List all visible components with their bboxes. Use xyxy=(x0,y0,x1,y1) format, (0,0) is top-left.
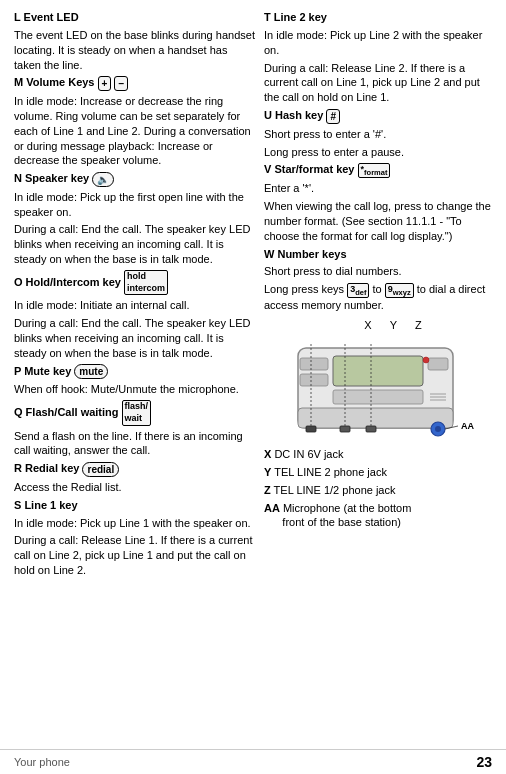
section-T-body2: During a call: Release Line 2. If there … xyxy=(264,61,492,106)
footer-page-number: 23 xyxy=(476,754,492,770)
diagram-area: X Y Z xyxy=(264,319,492,533)
base-station-diagram: AA xyxy=(278,333,478,453)
section-L-body: The event LED on the base blinks during … xyxy=(14,28,256,73)
section-Q-body: Send a flash on the line. If there is an… xyxy=(14,429,256,459)
svg-rect-9 xyxy=(366,426,376,432)
section-R-body: Access the Redial list. xyxy=(14,480,256,495)
section-V-body: Enter a '*'. xyxy=(264,181,492,196)
section-P-body: When off hook: Mute/Unmute the microphon… xyxy=(14,382,256,397)
section-U-title: U Hash key xyxy=(264,109,323,121)
section-T: T Line 2 key In idle mode: Pick up Line … xyxy=(264,10,492,105)
svg-point-14 xyxy=(435,426,441,432)
section-O: O Hold/Intercom key holdintercom In idle… xyxy=(14,270,256,361)
key-9wxyz: 9wxyz xyxy=(385,283,414,299)
section-L-title: L Event LED xyxy=(14,11,79,23)
section-V-body2: When viewing the call log, press to chan… xyxy=(264,199,492,244)
section-S-body: In idle mode: Pick up Line 1 with the sp… xyxy=(14,516,256,531)
flash-call-key-icon: flash/wait xyxy=(122,400,152,425)
section-N-body2: During a call: End the call. The speaker… xyxy=(14,222,256,267)
right-column: T Line 2 key In idle mode: Pick up Line … xyxy=(264,10,492,581)
volume-minus-key: − xyxy=(114,76,128,91)
left-column: L Event LED The event LED on the base bl… xyxy=(14,10,256,581)
diagram-image: AA xyxy=(278,333,478,443)
hash-key-icon: # xyxy=(326,109,340,124)
diagram-labels: X DC IN 6V jack Y TEL LINE 2 phone jack … xyxy=(264,447,492,533)
section-O-body: In idle mode: Initiate an internal call. xyxy=(14,298,256,313)
mute-key-icon: mute xyxy=(74,364,108,379)
svg-rect-6 xyxy=(428,358,448,370)
section-O-title: O Hold/Intercom key xyxy=(14,276,121,288)
section-P: P Mute key mute When off hook: Mute/Unmu… xyxy=(14,364,256,397)
volume-plus-key: + xyxy=(98,76,112,91)
label-Y: Y xyxy=(390,319,397,331)
svg-rect-2 xyxy=(333,356,423,386)
redial-key-icon: redial xyxy=(82,462,119,477)
diagram-label-Y: Y TEL LINE 2 phone jack xyxy=(264,465,492,480)
section-U: U Hash key # Short press to enter a '#'.… xyxy=(264,108,492,159)
section-R-title: R Redial key xyxy=(14,462,79,474)
xyz-labels: X Y Z xyxy=(334,319,421,331)
main-content: L Event LED The event LED on the base bl… xyxy=(14,10,492,581)
section-N: N Speaker key 🔈 In idle mode: Pick up th… xyxy=(14,171,256,267)
section-U-body: Short press to enter a '#'. xyxy=(264,127,492,142)
svg-rect-1 xyxy=(298,408,453,428)
section-N-title: N Speaker key xyxy=(14,172,89,184)
diagram-label-AA: AA Microphone (at the bottom front of th… xyxy=(264,501,492,531)
section-W: W Number keys Short press to dial number… xyxy=(264,247,492,313)
section-S: S Line 1 key In idle mode: Pick up Line … xyxy=(14,498,256,578)
svg-rect-4 xyxy=(300,358,328,370)
svg-rect-8 xyxy=(340,426,350,432)
speaker-key-icon: 🔈 xyxy=(92,172,114,187)
section-N-body: In idle mode: Pick up the first open lin… xyxy=(14,190,256,220)
section-M-title: M Volume Keys xyxy=(14,76,95,88)
svg-rect-7 xyxy=(306,426,316,432)
page-container: L Event LED The event LED on the base bl… xyxy=(0,0,506,774)
section-Q: Q Flash/Call waiting flash/wait Send a f… xyxy=(14,400,256,458)
section-L: L Event LED The event LED on the base bl… xyxy=(14,10,256,72)
section-T-title: T Line 2 key xyxy=(264,11,327,23)
section-W-title: W Number keys xyxy=(264,248,347,260)
section-Q-title: Q Flash/Call waiting xyxy=(14,406,119,418)
section-T-body: In idle mode: Pick up Line 2 with the sp… xyxy=(264,28,492,58)
footer-left-text: Your phone xyxy=(14,756,70,768)
svg-text:AA: AA xyxy=(461,421,474,431)
section-W-body2: Long press keys 3def to 9wxyz to dial a … xyxy=(264,282,492,313)
diagram-label-Z: Z TEL LINE 1/2 phone jack xyxy=(264,483,492,498)
svg-rect-3 xyxy=(333,390,423,404)
section-S-body2: During a call: Release Line 1. If there … xyxy=(14,533,256,578)
section-V: V Star/format key *format Enter a '*'. W… xyxy=(264,162,492,243)
label-X: X xyxy=(364,319,371,331)
section-R: R Redial key redial Access the Redial li… xyxy=(14,461,256,494)
section-M: M Volume Keys + − In idle mode: Increase… xyxy=(14,75,256,168)
section-V-title: V Star/format key xyxy=(264,163,354,175)
section-O-body2: During a call: End the call. The speaker… xyxy=(14,316,256,361)
section-M-body: In idle mode: Increase or decrease the r… xyxy=(14,94,256,168)
label-Z: Z xyxy=(415,319,422,331)
hold-intercom-key-icon: holdintercom xyxy=(124,270,168,295)
svg-point-20 xyxy=(423,357,429,363)
section-P-title: P Mute key xyxy=(14,365,71,377)
section-U-body2: Long press to enter a pause. xyxy=(264,145,492,160)
key-3def: 3def xyxy=(347,283,369,299)
svg-rect-5 xyxy=(300,374,328,386)
section-W-body: Short press to dial numbers. xyxy=(264,264,492,279)
section-S-title: S Line 1 key xyxy=(14,499,78,511)
footer-bar: Your phone 23 xyxy=(0,749,506,774)
star-format-key-icon: *format xyxy=(358,163,391,179)
